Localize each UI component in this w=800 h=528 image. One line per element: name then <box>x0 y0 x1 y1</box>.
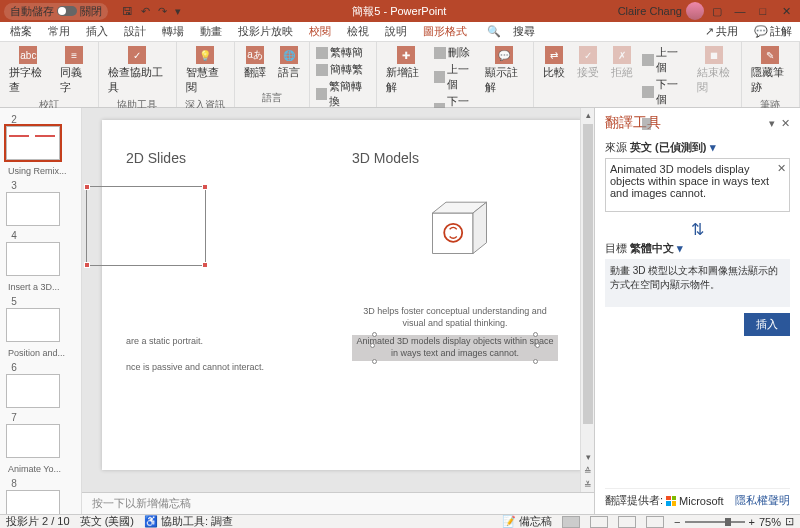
slide: 2D Slides are a static portrait. nce is … <box>102 120 582 470</box>
section-header[interactable]: Animate Yo... <box>6 462 75 474</box>
trad-to-simp[interactable]: 繁轉簡 <box>316 44 370 61</box>
hide-ink-button[interactable]: ✎隱藏筆跡 <box>748 44 793 97</box>
selected-text-box[interactable]: Animated 3D models display objects withi… <box>352 335 558 360</box>
cube-3d-model[interactable] <box>410 186 500 276</box>
source-language-dropdown[interactable]: 英文 (已偵測到) ▾ <box>630 141 715 153</box>
notes-toggle[interactable]: 📝 備忘稿 <box>502 514 552 528</box>
thumbnail-5[interactable]: 5 <box>6 296 75 342</box>
simp-to-trad[interactable]: 簡轉繁 <box>316 61 370 78</box>
accept-button: ✓接受 <box>574 44 602 82</box>
tab-file[interactable]: 檔案 <box>8 22 34 41</box>
chinese-convert[interactable]: 繁簡轉換 <box>316 78 370 110</box>
search-label[interactable]: 搜尋 <box>513 24 535 39</box>
tab-design[interactable]: 設計 <box>122 22 148 41</box>
quick-access-toolbar: 🖫 ↶ ↷ ▾ <box>122 5 181 18</box>
section-header[interactable]: Using Remix... <box>6 164 75 176</box>
share-button[interactable]: ↗ 共用 <box>705 24 738 39</box>
search-icon[interactable]: 🔍 <box>487 25 501 38</box>
insert-button[interactable]: 插入 <box>744 313 790 336</box>
target-text-box: 動畫 3D 模型以文本和圖像無法顯示的方式在空間內顯示物件。 <box>605 259 790 307</box>
slide-canvas[interactable]: 2D Slides are a static portrait. nce is … <box>82 108 594 514</box>
translate-button[interactable]: aあ翻譯 <box>241 44 269 82</box>
language-button[interactable]: 🌐語言 <box>275 44 303 82</box>
pane-close-icon[interactable]: ✕ <box>781 117 790 129</box>
show-comments-button[interactable]: 💬顯示註解 <box>482 44 527 97</box>
tab-slideshow[interactable]: 投影片放映 <box>236 22 295 41</box>
rectangle-shape[interactable] <box>86 186 206 266</box>
undo-icon[interactable]: ↶ <box>141 5 150 18</box>
tab-view[interactable]: 檢視 <box>345 22 371 41</box>
slide-thumbnails[interactable]: 2 Using Remix... 3 4 Insert a 3D... 5 Po… <box>0 108 82 514</box>
maximize-icon[interactable]: □ <box>753 5 773 17</box>
new-comment-button[interactable]: ✚新增註解 <box>383 44 428 97</box>
comments-button[interactable]: 💬 註解 <box>754 24 792 39</box>
zoom-slider[interactable] <box>685 521 745 523</box>
tab-review[interactable]: 校閱 <box>307 22 333 41</box>
compare-button[interactable]: ⇄比較 <box>540 44 568 82</box>
tab-insert[interactable]: 插入 <box>84 22 110 41</box>
clear-source-icon[interactable]: ✕ <box>777 162 786 175</box>
slide-indicator[interactable]: 投影片 2 / 10 <box>6 514 70 528</box>
scroll-up-icon[interactable]: ▴ <box>581 108 594 122</box>
pane-title: 翻譯工具 <box>605 114 661 132</box>
normal-view-icon[interactable] <box>562 516 580 528</box>
target-label: 目標 <box>605 242 627 254</box>
thumbnail-7[interactable]: 7 <box>6 412 75 458</box>
user-account[interactable]: Claire Chang <box>618 2 704 20</box>
autosave-state: 關閉 <box>80 4 102 19</box>
accessibility-indicator[interactable]: ♿ 協助工具: 調查 <box>144 514 233 528</box>
tab-help[interactable]: 說明 <box>383 22 409 41</box>
thumbnail-8[interactable]: 8 <box>6 478 75 514</box>
provider-label: 翻譯提供者: <box>605 493 663 508</box>
tab-shape-format[interactable]: 圖形格式 <box>421 22 469 41</box>
scroll-down-icon[interactable]: ▾ <box>581 450 594 464</box>
smart-lookup-button[interactable]: 💡智慧查閱 <box>183 44 228 97</box>
fit-window-icon[interactable]: ⊡ <box>785 515 794 528</box>
source-label: 來源 <box>605 141 627 153</box>
accessibility-button[interactable]: ✓檢查協助工具 <box>105 44 170 97</box>
minimize-icon[interactable]: — <box>730 5 750 17</box>
target-language-dropdown[interactable]: 繁體中文 ▾ <box>630 242 683 254</box>
redo-icon[interactable]: ↷ <box>158 5 167 18</box>
qat-more-icon[interactable]: ▾ <box>175 5 181 18</box>
text-2d-a: are a static portrait. <box>126 336 332 348</box>
prev-slide-icon[interactable]: ≙ <box>581 464 594 478</box>
toggle-icon <box>57 6 77 16</box>
privacy-link[interactable]: 隱私權聲明 <box>735 493 790 508</box>
section-header[interactable]: Position and... <box>6 346 75 358</box>
close-icon[interactable]: ✕ <box>776 5 796 18</box>
ribbon-options-icon[interactable]: ▢ <box>712 5 722 18</box>
autosave-toggle[interactable]: 自動儲存 關閉 <box>4 3 108 20</box>
swap-languages-icon[interactable]: ⇅ <box>605 220 790 239</box>
status-bar: 投影片 2 / 10 英文 (美國) ♿ 協助工具: 調查 📝 備忘稿 − + … <box>0 514 800 528</box>
scrollbar-thumb[interactable] <box>583 124 593 424</box>
thumbnail-2[interactable]: 2 <box>6 114 75 160</box>
text-2d-b: nce is passive and cannot interact. <box>126 362 332 374</box>
delete-comment[interactable]: 刪除 <box>434 44 476 61</box>
thumbnail-6[interactable]: 6 <box>6 362 75 408</box>
prev-comment[interactable]: 上一個 <box>434 61 476 93</box>
spellcheck-button[interactable]: abc拼字檢查 <box>6 44 51 97</box>
next-slide-icon[interactable]: ≚ <box>581 478 594 492</box>
zoom-level[interactable]: 75% <box>759 516 781 528</box>
thumbnail-3[interactable]: 3 <box>6 180 75 226</box>
ribbon: abc拼字檢查 ≡同義字 校訂 ✓檢查協助工具 協助工具 💡智慧查閱 深入資訊 … <box>0 42 800 108</box>
pane-dropdown-icon[interactable]: ▾ <box>769 117 775 129</box>
zoom-in-icon[interactable]: + <box>749 516 755 528</box>
vertical-scrollbar[interactable]: ▴ ▾ ≙ ≚ <box>580 108 594 492</box>
notes-pane[interactable]: 按一下以新增備忘稿 <box>82 492 594 514</box>
reject-button: ✗拒絕 <box>608 44 636 82</box>
thesaurus-button[interactable]: ≡同義字 <box>57 44 92 97</box>
sorter-view-icon[interactable] <box>590 516 608 528</box>
language-indicator[interactable]: 英文 (美國) <box>80 514 134 528</box>
reading-view-icon[interactable] <box>618 516 636 528</box>
section-header[interactable]: Insert a 3D... <box>6 280 75 292</box>
tab-animations[interactable]: 動畫 <box>198 22 224 41</box>
tab-home[interactable]: 常用 <box>46 22 72 41</box>
source-text-box[interactable]: Animated 3D models display objects withi… <box>605 158 790 212</box>
tab-transitions[interactable]: 轉場 <box>160 22 186 41</box>
slideshow-view-icon[interactable] <box>646 516 664 528</box>
save-icon[interactable]: 🖫 <box>122 5 133 18</box>
zoom-out-icon[interactable]: − <box>674 516 680 528</box>
thumbnail-4[interactable]: 4 <box>6 230 75 276</box>
